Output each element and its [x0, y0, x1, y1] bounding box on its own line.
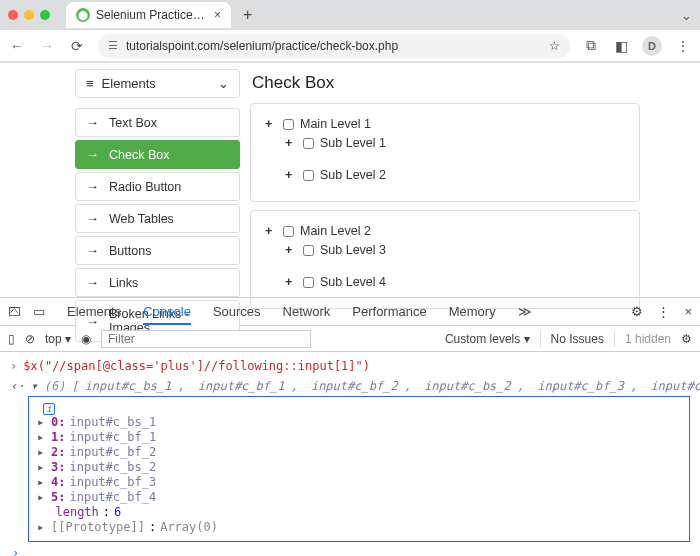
devtools-tab-memory[interactable]: Memory [449, 304, 496, 319]
eye-icon[interactable]: ◉ [81, 332, 91, 346]
array-entry[interactable]: ▸0: input#c_bs_1 [37, 415, 681, 430]
tree-node-sub-1[interactable]: + Sub Level 1 [285, 136, 625, 150]
context-selector[interactable]: top ▾ [45, 332, 71, 346]
sidebar-item-check-box[interactable]: → Check Box [75, 140, 240, 169]
browser-tab[interactable]: ⬤ Selenium Practice - Check B × [66, 2, 231, 28]
more-tabs-icon[interactable]: ≫ [518, 304, 532, 319]
arrow-right-icon: → [86, 115, 99, 130]
console-command-row: › $x("//span[@class='plus']//following::… [10, 356, 690, 376]
array-entry[interactable]: ▸4: input#c_bf_3 [37, 475, 681, 490]
levels-selector[interactable]: Custom levels ▾ [445, 332, 530, 346]
tab-title: Selenium Practice - Check B [96, 8, 208, 22]
tree-panel-2: + Main Level 2 + Sub Level 3 + Sub Level… [250, 210, 640, 309]
tree-label: Sub Level 3 [320, 243, 386, 257]
tree-node-sub-4[interactable]: + Sub Level 4 [285, 275, 625, 289]
arrow-right-icon: → [86, 211, 99, 226]
tree-label: Sub Level 1 [320, 136, 386, 150]
browser-toolbar: ← → ⟳ ☰ tutorialspoint.com/selenium/prac… [0, 30, 700, 62]
expand-icon[interactable]: + [285, 243, 297, 257]
devtools-tab-sources[interactable]: Sources [213, 304, 261, 319]
sidebar-item-label: Buttons [109, 244, 151, 258]
close-icon[interactable]: × [684, 304, 692, 319]
console-prompt[interactable]: › [10, 542, 690, 556]
array-entry[interactable]: ▸3: input#c_bs_2 [37, 460, 681, 475]
device-toolbar-icon[interactable]: ▭ [33, 304, 45, 319]
gear-icon[interactable]: ⚙ [631, 304, 643, 319]
menu-icon[interactable]: ⋮ [674, 38, 692, 54]
tree-node-sub-2[interactable]: + Sub Level 2 [285, 168, 625, 182]
expand-icon[interactable]: + [285, 136, 297, 150]
new-tab-button[interactable]: + [237, 6, 258, 24]
chevron-down-icon[interactable]: ⌄ [681, 8, 692, 23]
checkbox-sub-1[interactable] [303, 138, 314, 149]
sidebar-item-links[interactable]: → Links [75, 268, 240, 297]
expand-icon[interactable]: + [285, 168, 297, 182]
minimize-window-button[interactable] [24, 10, 34, 20]
devtools-tab-network[interactable]: Network [283, 304, 331, 319]
favicon-icon: ⬤ [76, 8, 90, 22]
hidden-label: 1 hidden [625, 332, 671, 346]
back-button[interactable]: ← [8, 38, 26, 54]
array-entry[interactable]: ▸5: input#c_bf_4 [37, 490, 681, 505]
devtools-tab-elements[interactable]: Elements [67, 304, 121, 319]
sidebar-item-label: Text Box [109, 116, 157, 130]
tree-node-sub-3[interactable]: + Sub Level 3 [285, 243, 625, 257]
maximize-window-button[interactable] [40, 10, 50, 20]
expand-icon[interactable]: + [265, 117, 277, 131]
console-result-summary[interactable]: ‹· ▾ (6) [ input#c_bs_1, input#c_bf_1, i… [10, 376, 690, 396]
array-entry[interactable]: ▸2: input#c_bf_2 [37, 445, 681, 460]
forward-button: → [38, 38, 56, 54]
bookmark-star-icon[interactable]: ☆ [549, 39, 560, 53]
filter-input[interactable] [101, 330, 311, 348]
disclosure-triangle[interactable]: ▾ [30, 379, 37, 393]
site-info-icon[interactable]: ☰ [108, 39, 118, 52]
hamburger-icon: ≡ [86, 76, 94, 91]
window-controls [8, 10, 50, 20]
close-window-button[interactable] [8, 10, 18, 20]
arrow-right-icon: → [86, 275, 99, 290]
profile-avatar[interactable]: D [642, 36, 662, 56]
sidebar-item-label: Radio Button [109, 180, 181, 194]
sidebar-item-radio-button[interactable]: → Radio Button [75, 172, 240, 201]
tree-label: Main Level 1 [300, 117, 371, 131]
gear-icon[interactable]: ⚙ [681, 332, 692, 346]
menu-icon[interactable]: ⋮ [657, 304, 670, 319]
array-entry[interactable]: ▸1: input#c_bf_1 [37, 430, 681, 445]
sidebar-header[interactable]: ≡ Elements ⌄ [75, 69, 240, 98]
expand-icon[interactable]: + [285, 275, 297, 289]
array-prototype[interactable]: ▸[[Prototype]]: Array(0) [37, 520, 681, 535]
checkbox-sub-4[interactable] [303, 277, 314, 288]
expand-icon[interactable]: + [265, 224, 277, 238]
info-icon[interactable]: i [43, 403, 55, 415]
clear-console-icon[interactable]: ⊘ [25, 332, 35, 346]
devtools-tab-performance[interactable]: Performance [352, 304, 426, 319]
arrow-right-icon: → [86, 179, 99, 194]
sidebar-item-label: Web Tables [109, 212, 174, 226]
inspect-icon[interactable]: ⮹ [8, 304, 21, 319]
tree-node-main-1[interactable]: + Main Level 1 [265, 117, 625, 131]
sidebar-item-text-box[interactable]: → Text Box [75, 108, 240, 137]
console-sidebar-icon[interactable]: ▯ [8, 332, 15, 346]
reload-button[interactable]: ⟳ [68, 38, 86, 54]
page-title: Check Box [252, 73, 640, 93]
tree-node-main-2[interactable]: + Main Level 2 [265, 224, 625, 238]
devtools-panel: ⮹ ▭ Elements Console Sources Network Per… [0, 298, 700, 556]
devtools-tab-console[interactable]: Console [143, 304, 191, 325]
close-tab-icon[interactable]: × [214, 8, 221, 22]
address-bar[interactable]: ☰ tutorialspoint.com/selenium/practice/c… [98, 34, 570, 58]
checkbox-main-1[interactable] [283, 119, 294, 130]
tree-label: Sub Level 4 [320, 275, 386, 289]
checkbox-sub-2[interactable] [303, 170, 314, 181]
tree-panel-1: + Main Level 1 + Sub Level 1 + Sub Level… [250, 103, 640, 202]
sidebar-item-web-tables[interactable]: → Web Tables [75, 204, 240, 233]
issues-label[interactable]: No Issues [551, 332, 604, 346]
sidebar-item-label: Check Box [109, 148, 169, 162]
chevron-down-icon[interactable]: ‹· [10, 379, 24, 393]
sidebar-item-buttons[interactable]: → Buttons [75, 236, 240, 265]
checkbox-sub-3[interactable] [303, 245, 314, 256]
main-content: Check Box + Main Level 1 + Sub Level 1 +… [250, 69, 700, 297]
side-panel-icon[interactable]: ◧ [612, 38, 630, 54]
tree-label: Sub Level 2 [320, 168, 386, 182]
extensions-icon[interactable]: ⧉ [582, 37, 600, 54]
checkbox-main-2[interactable] [283, 226, 294, 237]
